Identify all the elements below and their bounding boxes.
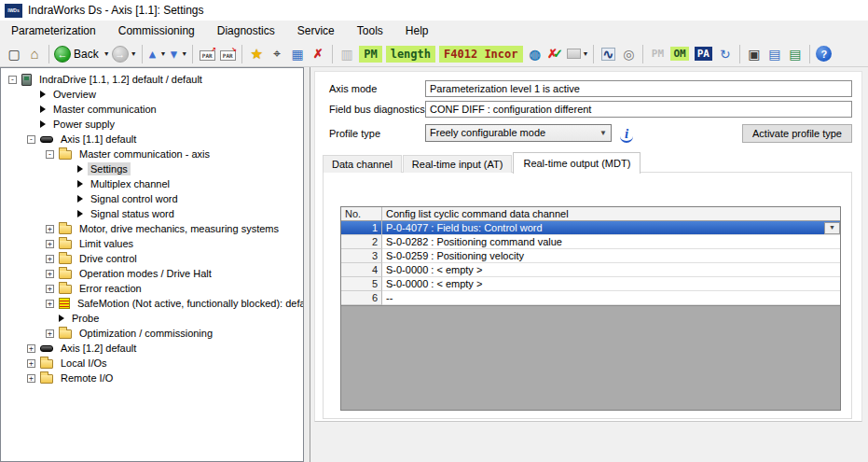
home-icon[interactable]: ⌂ (24, 43, 45, 65)
network-refresh-icon[interactable]: ▤ (785, 43, 806, 65)
axis-mode-field[interactable]: Parameterization level 1 is active (425, 80, 852, 97)
field-bus-diagnostics-field[interactable]: CONF DIFF : configuration different (425, 101, 852, 118)
table-row[interactable]: 6-- (341, 291, 840, 305)
axis-icon (40, 345, 53, 352)
tree-item[interactable]: Settings (64, 161, 131, 176)
tab-strip: Data channelReal-time input (AT)Real-tim… (323, 152, 641, 173)
tree-item[interactable]: Power supply (27, 117, 117, 132)
menu-item-diagnostics[interactable]: Diagnostics (206, 22, 286, 39)
home-icon: ⌂ (30, 46, 38, 62)
tree-item[interactable]: Master communication (27, 102, 159, 117)
tree-expand-toggle[interactable]: + (46, 270, 54, 278)
tree-expand-toggle[interactable]: - (27, 135, 35, 144)
favorites-delete-icon: ✗ (313, 47, 324, 61)
favorites-window-icon[interactable]: ▦ (287, 43, 308, 65)
row-combo-button[interactable]: ▼ (824, 222, 840, 234)
tree-expand-toggle[interactable]: + (46, 300, 54, 308)
network-scan-icon[interactable]: ▤ (765, 43, 785, 65)
tree-item-label: IndraDrive [1.1, 1.2] default / default (36, 73, 205, 86)
tree-expand-toggle[interactable]: - (46, 150, 54, 159)
load-parameters-icon[interactable]: PAR↗ (197, 43, 217, 65)
status-pm-badge[interactable]: PM (357, 43, 383, 65)
tree-item-label: Overview (50, 88, 99, 101)
previous-dialog-button[interactable]: ▲▼ (146, 43, 168, 65)
tree-expand-toggle[interactable]: + (46, 225, 54, 233)
help-button[interactable]: ? (814, 43, 834, 65)
tab-real-time-input-at-[interactable]: Real-time input (AT) (403, 155, 513, 173)
tab-data-channel[interactable]: Data channel (323, 155, 402, 173)
tree-item[interactable]: -Axis [1.1] default (27, 132, 139, 147)
toolbar-separator (593, 45, 594, 63)
oscilloscope-icon[interactable]: ∿ (598, 43, 618, 65)
tree-item[interactable]: +Optimization / commissioning (46, 326, 215, 341)
tree-expand-toggle[interactable]: + (27, 374, 35, 383)
tree-item[interactable]: Overview (27, 87, 99, 102)
clear-error-icon[interactable]: ✗✓ (545, 43, 566, 65)
info-icon[interactable]: i (620, 126, 633, 143)
tree-item[interactable]: Probe (46, 311, 102, 326)
table-row[interactable]: 1P-0-4077 : Field bus: Control word▼ (341, 221, 840, 235)
tree-item[interactable]: +Motor, drive mechanics, measuring syste… (46, 221, 282, 236)
menu-bar: ParameterizationCommissioningDiagnostics… (0, 21, 868, 41)
forward-button[interactable]: →▼ (111, 43, 138, 65)
tab-real-time-output-mdt-[interactable]: Real-time output (MDT) (513, 152, 641, 174)
profile-type-select[interactable]: Freely configurable mode ▼ (425, 124, 612, 142)
save-parameters-icon[interactable]: PAR↘ (217, 43, 238, 65)
status-length-badge[interactable]: length (384, 43, 437, 65)
tree-item[interactable]: +Axis [1.2] default (27, 341, 139, 356)
connect-icon[interactable]: ◍ (525, 43, 545, 65)
monitor-dropdown-icon[interactable]: ▼ (566, 43, 590, 65)
activate-profile-type-button[interactable]: Activate profile type (742, 124, 852, 143)
tree-expand-toggle[interactable]: + (27, 359, 35, 368)
tree-item[interactable]: -IndraDrive [1.1, 1.2] default / default (8, 72, 205, 87)
menu-item-service[interactable]: Service (286, 22, 346, 39)
menu-item-commissioning[interactable]: Commissioning (107, 22, 206, 39)
toolbar-separator (332, 45, 333, 63)
device-offline-icon[interactable]: ▥ (337, 43, 357, 65)
easy-startup-icon[interactable]: ↻ (715, 43, 736, 65)
table-row[interactable]: 4S-0-0000 : < empty > (341, 263, 840, 277)
menu-item-tools[interactable]: Tools (346, 22, 394, 39)
tree-expand-toggle[interactable]: + (46, 240, 54, 248)
row-value-cell: -- (382, 291, 840, 305)
om-mode-button[interactable]: OM (668, 43, 691, 65)
check-icon: ✓ (553, 47, 563, 61)
tree-item[interactable]: +Remote I/O (27, 371, 116, 385)
tree-item[interactable]: -Master communication - axis (46, 147, 213, 161)
tree-expand-toggle[interactable]: + (46, 285, 54, 293)
tree-item[interactable]: Signal status word (64, 206, 177, 221)
next-dialog-button[interactable]: ▼▼ (167, 43, 188, 65)
panel-splitter[interactable] (304, 67, 310, 462)
tree-item[interactable]: Multiplex channel (64, 176, 172, 191)
tree-item-label: Probe (69, 312, 102, 325)
table-row[interactable]: 2S-0-0282 : Positioning command value (341, 235, 840, 249)
tree-item[interactable]: +Operation modes / Drive Halt (46, 266, 214, 281)
axis-icon (40, 136, 53, 143)
tree-item[interactable]: +SafeMotion (Not active, functionally bl… (46, 296, 304, 311)
menu-item-parameterization[interactable]: Parameterization (0, 22, 107, 39)
new-window-icon[interactable]: ▢ (4, 43, 24, 65)
status-fault-badge[interactable]: F4012 Incor (437, 43, 524, 65)
favorites-delete-icon[interactable]: ✗ (308, 43, 328, 65)
menu-item-help[interactable]: Help (394, 22, 440, 39)
tree-item[interactable]: Signal control word (64, 191, 181, 206)
tree-expand-toggle[interactable]: + (27, 344, 35, 353)
tree-expand-toggle[interactable]: + (46, 329, 54, 338)
pm-mode-button[interactable]: PM (647, 43, 668, 65)
favorites-star-icon[interactable]: ★ (246, 43, 267, 65)
app-icon: IWDs (5, 4, 22, 18)
tree-item[interactable]: +Local I/Os (27, 356, 110, 371)
tree-item[interactable]: +Drive control (46, 251, 140, 266)
tree-expand-toggle[interactable]: + (46, 255, 54, 263)
folder-icon (59, 270, 72, 279)
favorites-search-icon[interactable]: ⌖ (267, 43, 287, 65)
table-row[interactable]: 5S-0-0000 : < empty > (341, 277, 840, 291)
tree-item[interactable]: +Error reaction (46, 281, 145, 296)
back-button[interactable]: ←Back▼ (53, 43, 111, 65)
network-icon[interactable]: ▣ (744, 43, 765, 65)
tree-expand-toggle[interactable]: - (8, 76, 17, 84)
pa-mode-button[interactable]: PA (692, 43, 715, 65)
watch-icon[interactable]: ◎ (618, 43, 639, 65)
tree-item[interactable]: +Limit values (46, 236, 136, 251)
table-row[interactable]: 3S-0-0259 : Positioning velocity (341, 249, 840, 263)
